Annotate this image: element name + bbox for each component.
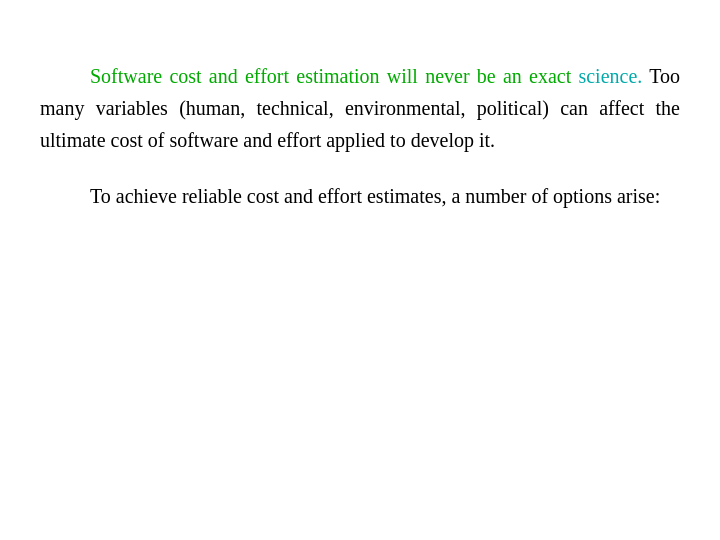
content-area: Software cost and effort estimation will… [0, 0, 720, 540]
science-text: science. [578, 65, 642, 87]
paragraph-2-body: To achieve reliable cost and effort esti… [90, 185, 660, 207]
software-cost-text: Software cost and effort estimation will… [90, 65, 571, 87]
paragraph-1: Software cost and effort estimation will… [40, 60, 680, 156]
paragraph-2: To achieve reliable cost and effort esti… [40, 180, 680, 212]
